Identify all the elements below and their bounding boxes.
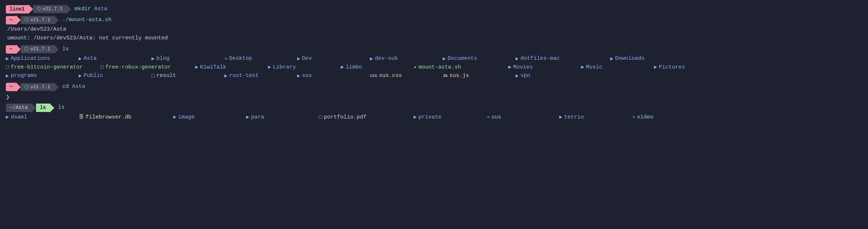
ls-output-row-1: ▶ Applications ▶ Asta ▶ blog ⇒ Desktop ▶…: [6, 55, 862, 63]
folder-icon-kiwitalk: ▶: [195, 63, 198, 71]
arrow-dark-1: [66, 4, 71, 14]
folder-icon-applications: ▶: [6, 55, 9, 63]
ls-item-result: □ result: [151, 72, 224, 80]
ls-name-susjs: sus.js: [449, 72, 469, 80]
folder-icon-music: ▶: [581, 63, 584, 71]
folder-icon-sus: ▶: [297, 72, 300, 80]
ls-output-row-3: ▶ programs ▶ Public □ result ▶ rust-test…: [6, 72, 862, 80]
folder-icon-tetrio: ▶: [559, 113, 562, 121]
version-text-4: v21.7.1: [30, 84, 50, 91]
ls-item-movies: ▶ Movies: [508, 63, 581, 72]
folder-icon-programs: ▶: [6, 72, 9, 80]
arrow-dark-3: [54, 44, 59, 54]
prompt-5: ~/Asta ls ls: [6, 103, 64, 113]
ls2-item-portfolio: □ portfolio.pdf: [319, 113, 414, 122]
folder-icon-dsaml: ▶: [6, 113, 9, 121]
command-text-1: mkdir Asta: [75, 5, 107, 13]
css-icon-suscss: CSS: [370, 73, 377, 79]
file-icon-result: □: [151, 72, 154, 80]
output-umount: umount: /Users/dev523/Asta: not currentl…: [6, 34, 862, 43]
version-text-1: v21.7.1: [43, 5, 63, 13]
folder-icon-limbo: ▶: [341, 63, 344, 71]
ls-item-music: ▶ Music: [581, 63, 654, 72]
home-cmd-badge: ls: [36, 104, 50, 112]
js-icon-susjs: JS: [443, 73, 447, 79]
node-icon-3: ⬡: [24, 46, 28, 53]
arrow-4: [16, 82, 21, 92]
ls-name-dev: Dev: [302, 55, 312, 63]
ls-name-result: result: [156, 72, 176, 80]
pdf-icon-portfolio: □: [319, 113, 322, 121]
ls-name-pictures: Pictures: [659, 63, 685, 72]
version-badge-2: ⬡ v21.7.1: [21, 16, 54, 24]
caret-symbol: ❯: [6, 93, 10, 102]
ls-name-devsub: dev-sub: [375, 55, 398, 63]
folder-icon-image: ▶: [173, 113, 176, 121]
arrow-1: [28, 4, 33, 14]
ls2-item-private: ▶ private: [414, 113, 486, 122]
output-path: /Users/dev523/Asta: [6, 26, 862, 34]
ls2-name-sus: sus: [491, 113, 501, 122]
file-icon-freebitcoin: □: [6, 63, 9, 71]
ls-name-mountasta: mount-asta.sh: [418, 63, 461, 72]
version-badge-1: ⬡ v21.7.1: [33, 5, 66, 13]
arrow-home: [31, 103, 36, 113]
ls-name-sus: sus: [302, 72, 312, 80]
command-line-2: ~ ⬡ v21.7.1 ./mount-asta.sh: [6, 15, 862, 25]
ls-name-dotfiles: dotfiles-mac: [520, 55, 560, 63]
ls-name-documents: Documents: [447, 55, 477, 63]
cmd-ls-1: ls: [62, 46, 69, 52]
arrow-2: [16, 15, 21, 25]
ls-name-limbo: limbo: [346, 63, 362, 72]
ls-item-freebitcoin: □ free-bitcoin-generator: [6, 63, 100, 72]
command-text-ls1: ls: [62, 45, 69, 54]
ls-item-freerobux: □ free-robux-generator: [100, 63, 195, 72]
ls-name-library: Library: [273, 63, 296, 72]
folder-icon-pictures: ▶: [654, 63, 657, 71]
ls2-item-video: ⇒ video: [632, 113, 705, 122]
folder-icon-dotfiles: ▶: [516, 55, 518, 63]
ls2-name-tetrio: tetrio: [564, 113, 584, 122]
ls-name-downloads: Downloads: [615, 55, 644, 63]
folder-icon-rusttest: ▶: [224, 72, 227, 80]
arrow-green: [50, 103, 54, 113]
ls2-name-dsaml: dsaml: [11, 113, 27, 122]
ls2-name-image: image: [178, 113, 194, 122]
folder-icon-devsub: ▶: [370, 55, 373, 63]
ls-item-desktop: ⇒ Desktop: [224, 55, 297, 63]
sym-icon-desktop: ⇒: [224, 55, 227, 63]
ls-name-applications: Applications: [11, 55, 50, 63]
sym-icon-sus: ⇒: [486, 113, 489, 121]
node-icon-2: ⬡: [24, 16, 28, 24]
ls-item-vpn: ▶ vpn: [516, 72, 588, 80]
node-icon-4: ⬡: [24, 84, 28, 91]
ls-item-library: ▶ Library: [268, 63, 341, 72]
ls-item-rusttest: ▶ rust-test: [224, 72, 297, 80]
ls2-item-dsaml: ▶ dsaml: [6, 113, 79, 122]
arrow-dark-4: [54, 82, 59, 92]
ls-name-movies: Movies: [513, 63, 533, 72]
command-text-cd: cd Asta: [62, 83, 85, 91]
ls-item-suscss: CSS sus.css: [370, 72, 443, 80]
command-text-ls2: ls: [58, 104, 64, 112]
ls2-name-para: para: [251, 113, 264, 122]
caret-line: ❯: [6, 93, 862, 102]
version-text-2: v21.7.1: [30, 16, 50, 24]
folder-icon-library: ▶: [268, 63, 271, 71]
ls2-item-tetrio: ▶ tetrio: [559, 113, 632, 122]
ls-item-limbo: ▶ limbo: [341, 63, 414, 72]
home-badge: ~/Asta: [6, 104, 31, 112]
sym-icon-video: ⇒: [632, 113, 635, 121]
ls2-item-sus: ⇒ sus: [486, 113, 559, 122]
ls2-item-para: ▶ para: [246, 113, 319, 122]
ls2-output-row-1: ▶ dsaml 🗄 filebrowser.db ▶ image ▶ para …: [6, 113, 862, 122]
tilde-badge-2: ~: [6, 16, 16, 24]
tilde-badge-1: line1: [6, 5, 28, 13]
ls-name-programs: programs: [11, 72, 37, 80]
folder-icon-dev: ▶: [297, 55, 300, 63]
ls-name-public: Public: [83, 72, 103, 80]
cmd-cd: cd: [62, 84, 69, 90]
ls-item-kiwitalk: ▶ KiwiTalk: [195, 63, 268, 72]
cmd-arg-asta-2: Asta: [72, 84, 85, 90]
ls-name-freerobux: free-robux-generator: [105, 63, 171, 72]
